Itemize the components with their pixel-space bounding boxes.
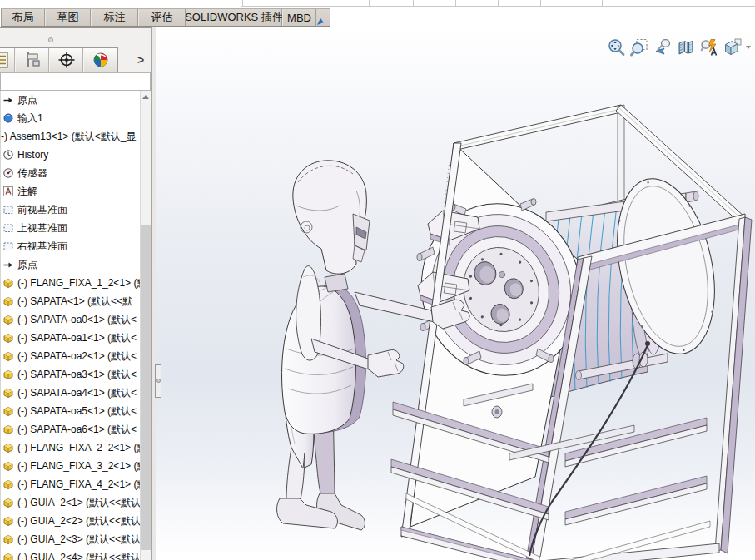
toolbar-bottom-strip (0, 0, 755, 8)
tab-evaluate[interactable]: 评估 (138, 9, 186, 26)
part-icon (2, 405, 14, 417)
tab-featuremanager-tree[interactable] (0, 48, 15, 72)
zoom-fit-icon (606, 37, 626, 57)
part-icon (2, 369, 14, 380)
view-settings-cube-icon (723, 37, 743, 57)
plane-icon (2, 240, 14, 252)
annotations-icon (2, 186, 14, 197)
tree-item-part[interactable]: (-) FLANG_FIXA_4_2<1> (默 (1, 475, 140, 493)
splitter-grip-icon (156, 379, 161, 383)
tab-label: MBD (287, 12, 311, 24)
tab-dimxpertmanager[interactable] (49, 48, 83, 72)
panel-tab-bar: > (0, 47, 151, 74)
part-icon (2, 533, 14, 545)
tree-item-annotations[interactable]: 注解 (1, 182, 140, 201)
part-icon (2, 460, 14, 472)
tree-item-part[interactable]: (-) FLANG_FIXA_1_2<1> (默 (1, 274, 140, 292)
tree-item-imported[interactable]: 输入1 (1, 109, 140, 127)
origin-icon (2, 94, 14, 106)
previous-view-button[interactable] (652, 37, 673, 58)
dimxpert-target-icon (55, 50, 78, 70)
displaymanager-ball-icon (89, 50, 112, 70)
tab-layout[interactable]: 布局 (1, 9, 45, 26)
scroll-up-button[interactable] (141, 91, 151, 103)
tree-item-part[interactable]: (-) GUIA_2<4> (默认<<默认 (1, 548, 140, 560)
assembly-3d-model[interactable] (156, 27, 755, 560)
caret-down-icon (746, 46, 751, 49)
tree-item-part[interactable]: (-) SAPATA-oa0<1> (默认< (1, 310, 140, 329)
tree-item-origin[interactable]: 原点 (1, 91, 140, 109)
part-icon (2, 314, 14, 325)
tree-item-top-plane[interactable]: 上视基准面 (1, 219, 140, 237)
propertymanager-icon (21, 50, 44, 70)
grip-dot-icon (48, 37, 53, 42)
zoom-to-fit-button[interactable] (605, 37, 626, 58)
panel-grip[interactable] (0, 30, 151, 47)
hide-show-items-button[interactable] (698, 37, 719, 58)
scrollbar-thumb[interactable] (141, 225, 151, 550)
feature-tree: 原点 输入1 -) Assem13<1> (默认<默认_显 History 传感… (0, 91, 140, 560)
tab-propertymanager[interactable] (15, 48, 49, 72)
panel-splitter-handle[interactable] (155, 364, 161, 398)
commandmanager-tab-strip: 布局 草图 标注 评估 SOLIDWORKS 插件 MBD (0, 8, 755, 27)
tree-item-sensors[interactable]: 传感器 (1, 164, 140, 182)
plane-icon (2, 204, 14, 216)
origin-icon (2, 259, 14, 270)
reel-machine-model[interactable] (391, 105, 752, 560)
tab-sketch[interactable]: 草图 (45, 9, 91, 26)
tree-item-front-plane[interactable]: 前视基准面 (1, 201, 140, 219)
tree-item-part[interactable]: (-) GUIA_2<1> (默认<<默认 (1, 493, 140, 512)
tree-scrollbar[interactable] (140, 91, 151, 560)
tree-item-origin[interactable]: 原点 (1, 255, 140, 274)
view-settings-button[interactable] (722, 37, 743, 58)
tab-displaymanager[interactable] (83, 48, 117, 72)
zoom-area-icon (629, 37, 649, 57)
panel-tabs-expand-chevron[interactable]: > (133, 52, 148, 68)
part-icon (2, 332, 14, 344)
tree-item-assembly[interactable]: -) Assem13<1> (默认<默认_显 (1, 127, 140, 146)
tree-item-part[interactable]: (-) GUIA_2<3> (默认<<默认 (1, 530, 140, 548)
tab-strip-end (316, 8, 330, 27)
part-icon (2, 387, 14, 399)
tree-item-part[interactable]: (-) SAPATA-oa6<1> (默认< (1, 420, 140, 439)
imported-body-icon (2, 112, 14, 124)
part-icon (2, 497, 14, 508)
part-icon (2, 277, 14, 289)
tree-item-part[interactable]: (-) SAPATA-oa4<1> (默认< (1, 384, 140, 402)
tab-label: 草图 (57, 10, 79, 25)
tree-item-right-plane[interactable]: 右视基准面 (1, 237, 140, 255)
tree-item-part[interactable]: (-) SAPATA-oa1<1> (默认< (1, 329, 140, 347)
tab-addins[interactable]: SOLIDWORKS 插件 (186, 9, 282, 26)
tab-mbd[interactable]: MBD (282, 9, 316, 26)
previous-view-icon (653, 37, 673, 57)
tree-item-part[interactable]: (-) GUIA_2<2> (默认<<默认 (1, 512, 140, 530)
tab-markup[interactable]: 标注 (91, 9, 138, 26)
tree-item-part[interactable]: (-) FLANG_FIXA_3_2<1> (默 (1, 457, 140, 475)
tree-item-part[interactable]: (-) SAPATA-oa5<1> (默认< (1, 402, 140, 420)
solidworks-window: { "ribbon": { "tabs": [ {"label": "布局"},… (0, 0, 755, 560)
tree-item-part[interactable]: (-) SAPATA-oa3<1> (默认< (1, 365, 140, 384)
tree-item-history[interactable]: History (1, 146, 140, 164)
toolbar-dropdown-caret[interactable] (745, 37, 752, 58)
section-view-icon (676, 37, 696, 57)
hide-show-items-icon (699, 37, 719, 57)
tree-item-part[interactable]: (-) SAPATA<1> (默认<<默 (1, 292, 140, 310)
panel-header-bar (0, 72, 151, 91)
part-icon (2, 424, 14, 435)
part-icon (2, 350, 14, 362)
tab-pin-icon (317, 18, 324, 25)
tab-label: 布局 (12, 10, 34, 25)
part-icon (2, 552, 14, 560)
tab-label: 评估 (151, 10, 173, 25)
tab-label: SOLIDWORKS 插件 (185, 10, 283, 25)
plane-icon (2, 222, 14, 234)
part-icon (2, 515, 14, 527)
section-view-button[interactable] (675, 37, 696, 58)
featuremanager-panel: > 原点 输入1 -) Assem13<1> (默认<默认_显 History … (0, 27, 151, 560)
tree-item-part[interactable]: (-) FLANG_FIXA_2_2<1> (默 (1, 439, 140, 457)
zoom-to-area-button[interactable] (628, 37, 649, 58)
tree-item-part[interactable]: (-) SAPATA-oa2<1> (默认< (1, 347, 140, 365)
triangle-up-icon (142, 95, 149, 99)
tab-label: 标注 (104, 10, 126, 25)
graphics-viewport[interactable] (156, 27, 755, 560)
